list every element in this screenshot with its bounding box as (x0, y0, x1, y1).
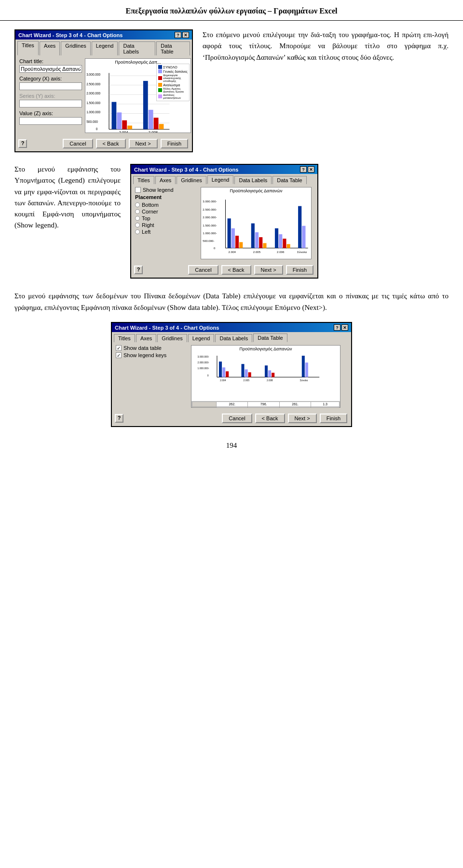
svg-rect-43 (279, 234, 282, 248)
dialog2-finish-btn[interactable]: Finish (286, 265, 313, 275)
dialog3-tab-axes[interactable]: Axes (136, 334, 156, 342)
section-mid: Στο μενού εμφάνισης του Υπομνήματος (Leg… (14, 164, 449, 279)
svg-rect-39 (255, 232, 259, 248)
dialog3-help-icon[interactable]: ? (115, 414, 123, 423)
dialog2-help-icon[interactable]: ? (134, 266, 143, 274)
svg-text:1.500.000: 1.500.000 (86, 101, 100, 105)
svg-text:2.004: 2.004 (229, 250, 236, 254)
dialog3-tab-gridlines[interactable]: Gridlines (157, 334, 187, 342)
dialog2-chart-preview: Προϋπολογισμός Δαπανών 3.000.000- 2.500.… (201, 187, 312, 259)
page-number: 194 (14, 441, 449, 459)
dialog3-tab-titles[interactable]: Titles (114, 334, 135, 342)
dialog1: Chart Wizard - Step 3 of 4 - Chart Optio… (14, 29, 193, 152)
dialog2-radio-top-btn[interactable] (135, 216, 140, 221)
svg-rect-20 (149, 110, 153, 129)
svg-rect-60 (226, 371, 229, 377)
dialog3-back-btn[interactable]: < Back (255, 414, 285, 423)
dialog1-finish-btn[interactable]: Finish (161, 139, 188, 148)
page-header: Επεξεργασία πολλαπλών φύλλων εργασίας – … (0, 0, 463, 21)
dialog3-close-btn[interactable]: ✕ (341, 324, 348, 331)
text2-para1: Στο μενού εμφάνισης του Υπομνήματος (Leg… (14, 164, 121, 231)
svg-text:1.500.000-: 1.500.000- (203, 224, 217, 227)
dialog1-tab-titles[interactable]: Titles (17, 41, 39, 55)
svg-rect-61 (241, 364, 244, 377)
svg-text:0: 0 (207, 374, 209, 377)
svg-rect-34 (228, 218, 231, 248)
dialog1-tab-legend[interactable]: Legend (92, 41, 118, 55)
dialog2-radio-left-btn[interactable] (135, 229, 140, 234)
dialog1-tab-axes[interactable]: Axes (40, 41, 60, 55)
dialog2-radio-corner-btn[interactable] (135, 209, 140, 214)
dialog2-tab-axes[interactable]: Axes (155, 176, 176, 184)
svg-rect-41 (263, 243, 266, 248)
svg-rect-58 (219, 361, 222, 377)
dialog2-tab-datalabels[interactable]: Data Labels (234, 176, 272, 184)
svg-text:2.500.000-: 2.500.000- (203, 208, 217, 211)
dialog3-show-legend-keys-checkbox[interactable]: ✓ (116, 352, 122, 358)
dialog3-tab-legend[interactable]: Legend (188, 334, 215, 342)
value-z-input[interactable] (19, 117, 82, 125)
svg-rect-62 (245, 369, 248, 377)
dialog3-titlebar-buttons: ? ✕ (334, 324, 348, 331)
dialog2-show-legend-checkbox[interactable] (135, 187, 141, 193)
dialog2-cancel-btn[interactable]: Cancel (188, 265, 218, 275)
dialog2-close-btn[interactable]: ✕ (308, 166, 314, 173)
dialog1-chart-preview: Προϋπολογισμός Δαπ... 3.000.000 2.500.00… (85, 58, 191, 133)
category-x-input[interactable] (19, 82, 82, 90)
dialog3-tab-datatable[interactable]: Data Table (253, 334, 287, 342)
dialog1-help-icon[interactable]: ? (18, 139, 27, 148)
dialog2-tab-legend[interactable]: Legend (207, 175, 234, 184)
dialog2-tab-titles[interactable]: Titles (133, 176, 154, 184)
dialog1-help-btn[interactable]: ? (175, 32, 181, 38)
dialog3: Chart Wizard - Step 3 of 4 - Chart Optio… (111, 322, 352, 427)
dialog2-body: Show legend Placement Bottom Corner (131, 184, 317, 262)
dialog1-legend: ΣΥΝΟΛΟ Γενικές δαπάνες Δημιουργίαυλικαιτ… (156, 64, 190, 101)
dialog3-bottom: ? Cancel < Back Next > Finish (112, 411, 351, 426)
dialog1-cancel-btn[interactable]: Cancel (63, 139, 93, 148)
dialog2-show-legend-row: Show legend (135, 187, 198, 193)
dialog1-tab-datalabels[interactable]: Data Labels (119, 41, 155, 55)
dialog3-help-btn[interactable]: ? (334, 324, 340, 331)
dialog3-chart-preview: Προϋπολογισμός Δαπανών 3.000.000- 2.000.… (191, 345, 340, 408)
dialog2-inner: Show legend Placement Bottom Corner (135, 187, 313, 259)
dialog3-tab-datalabels[interactable]: Data Labels (215, 334, 252, 342)
page-number-value: 194 (226, 441, 237, 449)
dialog1-next-btn[interactable]: Next > (129, 139, 158, 148)
dialog3-cancel-btn[interactable]: Cancel (222, 414, 252, 423)
dialog2-chart-svg: 3.000.000- 2.500.000- 2.000.000- 1.500.0… (201, 194, 311, 258)
chart-title-input[interactable] (19, 65, 82, 73)
dialog1-close-btn[interactable]: ✕ (182, 32, 189, 38)
dialog2-title: Chart Wizard - Step 3 of 4 - Chart Optio… (134, 167, 238, 173)
dialog2-next-btn[interactable]: Next > (254, 265, 283, 275)
dialog1-right: Προϋπολογισμός Δαπ... 3.000.000 2.500.00… (85, 58, 191, 133)
dialog3-tabs: Titles Axes Gridlines Legend Data Labels… (112, 332, 351, 342)
dialog3-show-data-table-checkbox[interactable]: ✓ (116, 345, 122, 351)
dialog2-radio-right-btn[interactable] (135, 223, 140, 227)
dialog1-inner: Chart title: Category (X) axis: Series (… (19, 58, 188, 133)
svg-text:2.000.000-: 2.000.000- (203, 215, 217, 219)
dialog2-help-btn[interactable]: ? (300, 166, 307, 173)
dialog1-back-btn[interactable]: < Back (96, 139, 126, 148)
dialog3-finish-btn[interactable]: Finish (320, 414, 347, 423)
dialog1-titlebar-buttons: ? ✕ (175, 32, 189, 38)
text2: Στο μενού εμφάνισης του Υπομνήματος (Leg… (14, 164, 121, 235)
svg-rect-38 (251, 223, 255, 248)
dialog3-title: Chart Wizard - Step 3 of 4 - Chart Optio… (115, 325, 219, 331)
svg-rect-46 (298, 206, 301, 248)
series-y-input[interactable] (19, 100, 82, 107)
dialog2-back-btn[interactable]: < Back (221, 265, 251, 275)
dialog3-bottom-right: Cancel < Back Next > Finish (222, 414, 347, 423)
svg-text:2.004: 2.004 (119, 130, 129, 133)
dialog2-tab-gridlines[interactable]: Gridlines (177, 176, 206, 184)
dialog2-radio-bottom-btn[interactable] (135, 202, 140, 207)
dialog3-chart-title: Προϋπολογισμός Δαπανών (191, 347, 340, 351)
svg-rect-63 (248, 372, 251, 377)
dialog1-tab-gridlines[interactable]: Gridlines (61, 41, 90, 55)
svg-rect-18 (127, 126, 132, 130)
dialog2-tab-datatable[interactable]: Data Table (272, 176, 306, 184)
dialog3-next-btn[interactable]: Next > (288, 414, 317, 423)
svg-text:500.000-: 500.000- (203, 239, 214, 242)
dialog1-bottom: ? Cancel < Back Next > Finish (15, 136, 192, 151)
dialog1-tab-datatable[interactable]: Data Table (156, 41, 190, 55)
dialog1-body: Chart title: Category (X) axis: Series (… (15, 55, 192, 136)
